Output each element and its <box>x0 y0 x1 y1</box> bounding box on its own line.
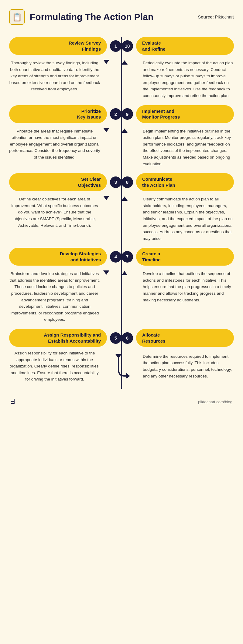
left-desc-text-1: Thoroughly review the survey findings, i… <box>9 60 100 92</box>
center-col-2 <box>109 128 134 134</box>
page-wrapper: 📋 Formulating The Action Plan Source: Pi… <box>0 0 243 418</box>
right-desc-2: Begin implementing the initiatives outli… <box>134 128 234 167</box>
right-desc-text-1: Periodically evaluate the impact of the … <box>143 60 234 99</box>
numbers-center-3: 38 <box>110 176 133 188</box>
left-desc-uturn-5: Assign responsibility for each initiativ… <box>9 350 109 383</box>
step-number-left-3: 3 <box>110 176 122 188</box>
left-desc-text-2: Prioritize the areas that require immedi… <box>9 128 100 161</box>
center-col-3 <box>109 196 134 202</box>
right-pill-4: Create aTimeline <box>136 248 234 266</box>
step-number-right-4: 7 <box>122 251 133 263</box>
footer: ᖵ piktochart.com/blog <box>9 398 234 406</box>
left-label-4: Develop Strategiesand Initiatives <box>60 251 101 262</box>
right-pill-2: Implement andMonitor Progress <box>136 105 234 123</box>
uturn-row-5: Assign responsibility for each initiativ… <box>9 347 234 389</box>
step-number-left-1: 1 <box>110 40 122 52</box>
badge-row-5: Assign Responsibility andEstablish Accou… <box>9 329 234 347</box>
left-pill-3: Set ClearObjectives <box>9 173 107 191</box>
step-number-right-3: 8 <box>122 176 133 188</box>
left-pill-1: Review SurveyFindings <box>9 37 107 55</box>
step-number-left-4: 4 <box>110 251 122 263</box>
left-label-3: Set ClearObjectives <box>78 176 101 188</box>
right-label-2: Implement andMonitor Progress <box>142 109 180 120</box>
left-pill-4: Develop Strategiesand Initiatives <box>9 248 107 266</box>
right-pill-1: Evaluateand Refine <box>136 37 234 55</box>
left-desc-1: Thoroughly review the survey findings, i… <box>9 60 109 92</box>
step-number-left-5: 5 <box>110 332 122 344</box>
timeline: Review SurveyFindings110Evaluateand Refi… <box>9 37 234 389</box>
left-pill-5: Assign Responsibility andEstablish Accou… <box>9 329 107 347</box>
document-icon: 📋 <box>9 9 25 25</box>
right-label-1: Evaluateand Refine <box>142 40 166 52</box>
right-desc-uturn-5: Determine the resources required to impl… <box>134 353 234 379</box>
badge-row-3: Set ClearObjectives38Communicatethe Acti… <box>9 173 234 191</box>
source-label: Source: Piktochart <box>198 15 234 19</box>
desc-row-2: Prioritize the areas that require immedi… <box>9 123 234 173</box>
step-number-right-2: 9 <box>122 108 133 120</box>
left-desc-2: Prioritize the areas that require immedi… <box>9 128 109 161</box>
arrow-down-3 <box>103 196 109 200</box>
uturn-icon <box>112 354 131 378</box>
right-desc-text-2: Begin implementing the initiatives outli… <box>143 128 234 167</box>
arrow-down-2 <box>103 128 109 132</box>
right-desc-text-4: Develop a timeline that outlines the seq… <box>143 270 234 303</box>
left-desc-3: Define clear objectives for each area of… <box>9 196 109 229</box>
page-title: Formulating The Action Plan <box>30 12 153 22</box>
right-label-4: Create aTimeline <box>142 251 161 262</box>
arrow-down-4 <box>103 270 109 275</box>
left-label-5: Assign Responsibility andEstablish Accou… <box>44 332 101 344</box>
left-desc-text-4: Brainstorm and develop strategies and in… <box>9 270 100 323</box>
right-desc-text-3: Clearly communicate the action plan to a… <box>143 196 234 242</box>
desc-row-3: Define clear objectives for each area of… <box>9 191 234 248</box>
step-number-right-5: 6 <box>122 332 133 344</box>
center-col-1 <box>109 60 134 66</box>
right-label-5: AllocateResources <box>142 332 166 344</box>
right-desc-uturn-text-5: Determine the resources required to impl… <box>143 353 234 379</box>
svg-marker-1 <box>126 373 130 378</box>
right-pill-3: Communicatethe Action Plan <box>136 173 234 191</box>
left-desc-uturn-text-5: Assign responsibility for each initiativ… <box>9 350 100 383</box>
numbers-center-4: 47 <box>110 251 133 263</box>
header: 📋 Formulating The Action Plan Source: Pi… <box>9 9 234 25</box>
badge-row-4: Develop Strategiesand Initiatives47Creat… <box>9 248 234 266</box>
arrow-up-1 <box>122 60 128 65</box>
badge-row-2: PrioritizeKey Issues29Implement andMonit… <box>9 105 234 123</box>
uturn-col-5 <box>109 354 134 378</box>
left-desc-text-3: Define clear objectives for each area of… <box>9 196 100 229</box>
left-pill-2: PrioritizeKey Issues <box>9 105 107 123</box>
right-label-3: Communicatethe Action Plan <box>142 176 175 188</box>
header-left: 📋 Formulating The Action Plan <box>9 9 153 25</box>
left-desc-4: Brainstorm and develop strategies and in… <box>9 270 109 323</box>
step-number-right-1: 10 <box>122 40 133 52</box>
arrow-up-3 <box>122 196 128 201</box>
right-pill-5: AllocateResources <box>136 329 234 347</box>
desc-row-4: Brainstorm and develop strategies and in… <box>9 266 234 329</box>
right-desc-4: Develop a timeline that outlines the seq… <box>134 270 234 303</box>
piktochart-logo: ᖵ <box>11 398 15 406</box>
step-number-left-2: 2 <box>110 108 122 120</box>
numbers-center-2: 29 <box>110 108 133 120</box>
numbers-center-5: 56 <box>110 332 133 344</box>
footer-url: piktochart.com/blog <box>198 400 232 404</box>
badge-row-1: Review SurveyFindings110Evaluateand Refi… <box>9 37 234 55</box>
left-label-1: Review SurveyFindings <box>69 40 101 52</box>
desc-row-1: Thoroughly review the survey findings, i… <box>9 55 234 105</box>
right-desc-1: Periodically evaluate the impact of the … <box>134 60 234 99</box>
center-col-4 <box>109 270 134 277</box>
arrow-up-4 <box>122 271 128 275</box>
left-label-2: PrioritizeKey Issues <box>77 109 101 120</box>
right-desc-3: Clearly communicate the action plan to a… <box>134 196 234 242</box>
numbers-center-1: 110 <box>110 40 133 52</box>
arrow-up-2 <box>122 129 128 133</box>
arrow-down-1 <box>103 60 109 64</box>
